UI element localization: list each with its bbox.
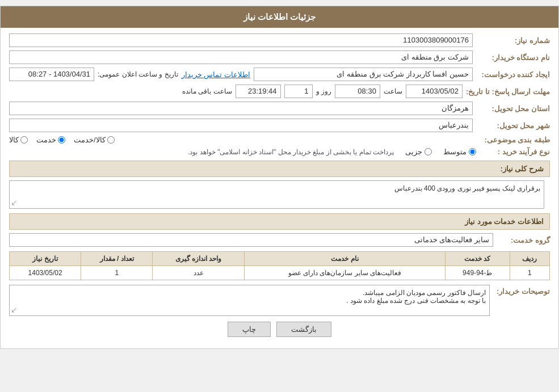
province-row: استان محل تحویل: هرمزگان [9,102,550,115]
description-value: برقراری لینک پسیو فیبر نوری ورودی 400 بن… [394,184,540,192]
description-label: شرح کلی نیاز: [500,165,544,173]
buyer-org-value: شرکت برق منطقه ای [9,50,473,64]
category-radio-group: کالا/خدمت خدمت کالا [9,136,473,144]
purchase-type-row: نوع فرآیند خرید : متوسط جزیی پرداخت تمام… [9,147,550,156]
announce-date-label: تاریخ و ساعت اعلان عمومی: [98,70,178,78]
need-number-label: شماره نیاز: [476,36,550,45]
back-button[interactable]: بازگشت [276,322,331,337]
table-body: 1ط-94-949فعالیت‌های سایر سازمان‌های دارا… [10,266,550,280]
notes-box: ارسال فاکتور رسمی مودیان الزامی میباشد. … [9,285,490,316]
col-service-name: نام خدمت [244,252,445,266]
notes-line1: ارسال فاکتور رسمی مودیان الزامی میباشد. [13,289,486,297]
cell-row-num: 1 [510,266,549,280]
city-row: شهر محل تحویل: بندرعباس [9,119,550,132]
radio-motavasset-label: متوسط [443,147,466,156]
deadline-day-label: روز و [316,87,331,95]
col-service-code: کد خدمت [445,252,510,266]
cell-unit: عدد [153,266,245,280]
purchase-option-motavasset[interactable]: متوسط [443,147,476,156]
cell-service-name: فعالیت‌های سایر سازمان‌های دارای عضو [244,266,445,280]
deadline-time-value: 08:30 [335,85,380,98]
notes-section: توصیحات خریدار: ارسال فاکتور رسمی مودیان… [9,285,550,316]
page-header: جزئیات اطلاعات نیاز [1,6,558,28]
description-section-header: شرح کلی نیاز: [9,161,550,177]
buyer-org-row: نام دستگاه خریدار: شرکت برق منطقه ای [9,50,550,64]
radio-jozii[interactable] [424,148,432,155]
radio-motavasset[interactable] [469,148,476,155]
radio-kala-khedmat-label: کالا/خدمت [74,136,106,144]
description-container: برقراری لینک پسیو فیبر نوری ورودی 400 بن… [9,180,550,209]
purchase-note: پرداخت تمام یا بخشی از مبلغ خریدار محل "… [9,148,394,156]
category-option-kala[interactable]: کالا [9,136,28,144]
col-date-needed: تاریخ نیاز [10,252,81,266]
contact-link[interactable]: اطلاعات تماس خریدار [182,70,250,79]
service-group-label: گروه خدمت: [493,236,550,245]
city-value: بندرعباس [9,119,473,132]
table-header-row: ردیف کد خدمت نام خدمت واحد اندازه گیری ت… [10,252,550,266]
services-label: اطلاعات خدمات مورد نیاز [465,217,544,226]
description-box: برقراری لینک پسیو فیبر نوری ورودی 400 بن… [9,180,544,209]
category-label: طبقه بندی موضوعی: [476,136,550,144]
category-option-khedmat[interactable]: خدمت [36,136,65,144]
cell-service-code: ط-94-949 [445,266,510,280]
services-section-header: اطلاعات خدمات مورد نیاز [9,213,550,230]
notes-label: توصیحات خریدار: [493,285,550,296]
page-wrapper: جزئیات اطلاعات نیاز شماره نیاز: 11030038… [0,6,559,349]
col-unit: واحد اندازه گیری [153,252,245,266]
radio-kala[interactable] [20,136,28,144]
cell-quantity: 1 [81,266,153,280]
deadline-remaining-value: 23:19:44 [236,85,281,98]
city-label: شهر محل تحویل: [476,121,550,130]
cell-date-needed: 1403/05/02 [10,266,81,280]
radio-kala-khedmat[interactable] [107,136,115,144]
notes-line2: با توجه به مشخصات فنی درج شده مبلغ داده … [13,297,486,305]
province-label: استان محل تحویل: [476,104,550,113]
deadline-label: مهلت ارسال پاسخ: تا تاریخ: [466,87,550,96]
creator-label: ایجاد کننده درخواست: [476,70,550,79]
col-row-num: ردیف [510,252,549,266]
page-title: جزئیات اطلاعات نیاز [243,12,316,22]
deadline-row: مهلت ارسال پاسخ: تا تاریخ: 1403/05/02 سا… [9,85,550,98]
deadline-time-label: ساعت [384,87,402,95]
print-button[interactable]: چاپ [228,322,271,337]
buyer-org-label: نام دستگاه خریدار: [476,53,550,62]
deadline-date: 1403/05/02 [406,85,463,98]
content-area: شماره نیاز: 1103003809000176 نام دستگاه … [1,28,558,348]
purchase-type-label: نوع فرآیند خرید : [476,147,550,156]
radio-jozii-label: جزیی [405,147,422,156]
service-group-value: سایر فعالیت‌های خدماتی [9,233,493,247]
province-value: هرمزگان [9,102,473,115]
need-number-value: 1103003809000176 [9,33,473,47]
deadline-days: 1 [284,85,313,98]
purchase-options: متوسط جزیی پرداخت تمام یا بخشی از مبلغ خ… [9,147,476,156]
table-row: 1ط-94-949فعالیت‌های سایر سازمان‌های دارا… [10,266,550,280]
purchase-option-jozii[interactable]: جزیی [405,147,432,156]
category-option-kala-khedmat[interactable]: کالا/خدمت [74,136,115,144]
creator-row: ایجاد کننده درخواست: حسین افسا کاربرداز … [9,68,550,81]
need-number-row: شماره نیاز: 1103003809000176 [9,33,550,47]
announce-date-value: 1403/04/31 - 08:27 [9,68,94,81]
col-quantity: تعداد / مقدار [81,252,153,266]
deadline-remaining-label: ساعت باقی مانده [182,87,232,95]
creator-value: حسین افسا کاربرداز شرکت برق منطقه ای [254,68,473,81]
radio-kala-label: کالا [9,136,19,144]
table-head: ردیف کد خدمت نام خدمت واحد اندازه گیری ت… [10,252,550,266]
radio-khedmat-label: خدمت [36,136,56,144]
service-group-row: گروه خدمت: سایر فعالیت‌های خدماتی [9,233,550,247]
items-table: ردیف کد خدمت نام خدمت واحد اندازه گیری ت… [9,251,550,280]
radio-khedmat[interactable] [58,136,65,144]
actions-row: بازگشت چاپ [9,322,550,337]
category-row: طبقه بندی موضوعی: کالا/خدمت خدمت کالا [9,136,550,144]
